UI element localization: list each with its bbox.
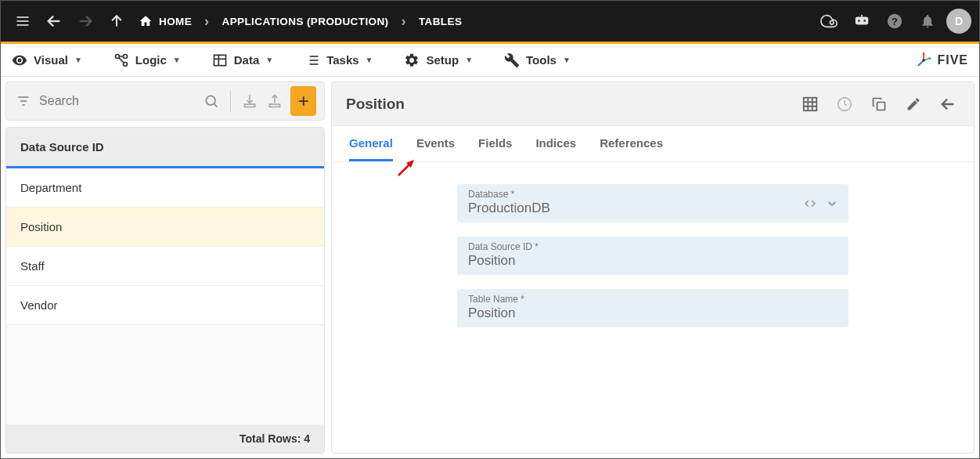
menu-tasks[interactable]: Tasks▼ (304, 52, 373, 68)
svg-rect-35 (270, 104, 280, 107)
list-header[interactable]: Data Source ID (6, 128, 324, 168)
field-table-name[interactable]: Table Name * Position (457, 289, 848, 327)
eye-icon (12, 52, 27, 68)
breadcrumb-label: HOME (159, 16, 192, 27)
chevron-down-icon: ▼ (74, 56, 82, 64)
main-area: + Data Source ID Department Position Sta… (1, 77, 979, 458)
list-item-label: Vendor (20, 298, 58, 312)
list-item-staff[interactable]: Staff (6, 247, 324, 286)
history-icon[interactable] (833, 92, 856, 116)
detail-panel: Position General Events Fields Indices R… (331, 81, 975, 454)
import-icon[interactable] (240, 90, 259, 112)
bell-icon[interactable] (913, 7, 942, 35)
search-input[interactable] (39, 94, 196, 108)
forward-icon (71, 7, 99, 35)
menu-setup[interactable]: Setup▼ (404, 52, 473, 68)
breadcrumb-label: TABLES (419, 16, 462, 27)
list-item-label: Position (20, 220, 62, 233)
brand: FIVE (915, 52, 968, 69)
list-box: Data Source ID Department Position Staff… (5, 127, 325, 454)
svg-rect-16 (214, 55, 225, 65)
chevron-down-icon: ▼ (465, 56, 473, 64)
tab-general[interactable]: General (349, 126, 393, 161)
tab-events[interactable]: Events (416, 126, 455, 161)
export-icon[interactable] (265, 90, 284, 112)
svg-point-25 (923, 59, 926, 62)
avatar-initial: D (955, 15, 963, 27)
field-data-source-id[interactable]: Data Source ID * Position (457, 237, 848, 275)
list-item-department[interactable]: Department (6, 168, 324, 208)
gear-icon (404, 52, 420, 68)
field-label: Database * (468, 189, 838, 200)
svg-rect-7 (856, 17, 869, 25)
field-value: Position (468, 253, 838, 269)
tab-label: Events (416, 136, 455, 150)
svg-rect-42 (877, 102, 885, 110)
menu-bar: Visual▼ Logic▼ Data▼ Tasks▼ Setup▼ Tools… (1, 44, 979, 77)
svg-point-9 (863, 20, 866, 22)
up-icon[interactable] (103, 7, 131, 35)
topbar-right: ? D (815, 7, 971, 35)
cloud-icon[interactable] (815, 7, 843, 35)
filter-icon[interactable] (14, 90, 33, 112)
grid-icon[interactable] (798, 92, 822, 116)
tab-fields[interactable]: Fields (478, 126, 512, 161)
svg-point-15 (123, 54, 127, 58)
divider (230, 90, 231, 112)
menu-icon[interactable] (9, 7, 37, 35)
list-item-label: Staff (20, 259, 45, 273)
field-database[interactable]: Database * ProductionDB (457, 184, 848, 222)
list-footer-label: Total Rows: 4 (240, 432, 310, 445)
menu-data[interactable]: Data▼ (212, 52, 273, 68)
table-icon (212, 52, 228, 68)
tab-label: Fields (478, 136, 512, 150)
menu-label: Visual (34, 53, 68, 67)
detail-tabs: General Events Fields Indices References (332, 126, 974, 162)
chevron-down-icon: ▼ (173, 56, 181, 64)
field-value: ProductionDB (468, 201, 838, 216)
detail-actions (798, 92, 960, 116)
field-icons (803, 197, 839, 211)
menu-logic[interactable]: Logic▼ (113, 52, 181, 68)
tab-indices[interactable]: Indices (535, 126, 576, 161)
chevron-down-icon: ▼ (366, 56, 373, 64)
breadcrumb-tables[interactable]: TABLES (419, 16, 462, 27)
list-item-label: Department (20, 181, 81, 194)
svg-rect-10 (861, 15, 863, 17)
menu-tools[interactable]: Tools▼ (504, 52, 571, 68)
breadcrumb-home[interactable]: HOME (139, 14, 192, 28)
help-icon[interactable]: ? (881, 7, 909, 35)
top-bar: HOME › APPLICATIONS (PRODUCTION) › TABLE… (1, 1, 979, 42)
copy-icon[interactable] (867, 92, 891, 116)
chevron-down-icon[interactable] (825, 197, 839, 211)
chat-icon[interactable] (848, 7, 876, 35)
svg-rect-36 (804, 97, 817, 110)
breadcrumb-applications[interactable]: APPLICATIONS (PRODUCTION) (222, 16, 389, 27)
tab-label: References (600, 136, 663, 150)
menu-label: Tasks (326, 53, 358, 67)
avatar[interactable]: D (946, 9, 971, 34)
breadcrumb: HOME › APPLICATIONS (PRODUCTION) › TABLE… (139, 13, 462, 30)
search-icon[interactable] (202, 90, 221, 112)
code-icon[interactable] (803, 197, 817, 211)
back-arrow-icon[interactable] (936, 92, 960, 116)
menu-label: Data (234, 53, 260, 67)
tab-references[interactable]: References (600, 126, 663, 161)
edit-icon[interactable] (902, 92, 925, 116)
chevron-right-icon: › (402, 13, 406, 30)
list-item-position[interactable]: Position (6, 208, 324, 247)
brand-logo-icon (915, 52, 932, 69)
tab-label: General (349, 136, 393, 150)
breadcrumb-label: APPLICATIONS (PRODUCTION) (222, 16, 389, 27)
field-label: Table Name * (468, 294, 838, 305)
add-button[interactable]: + (290, 86, 316, 116)
menu-visual[interactable]: Visual▼ (12, 52, 82, 68)
field-label: Data Source ID * (468, 241, 838, 252)
brand-text: FIVE (937, 53, 968, 67)
detail-header: Position (332, 82, 974, 126)
detail-title: Position (346, 96, 405, 113)
back-icon[interactable] (40, 7, 68, 35)
svg-text:?: ? (892, 16, 898, 27)
chevron-down-icon: ▼ (265, 56, 273, 64)
list-item-vendor[interactable]: Vendor (6, 286, 324, 325)
